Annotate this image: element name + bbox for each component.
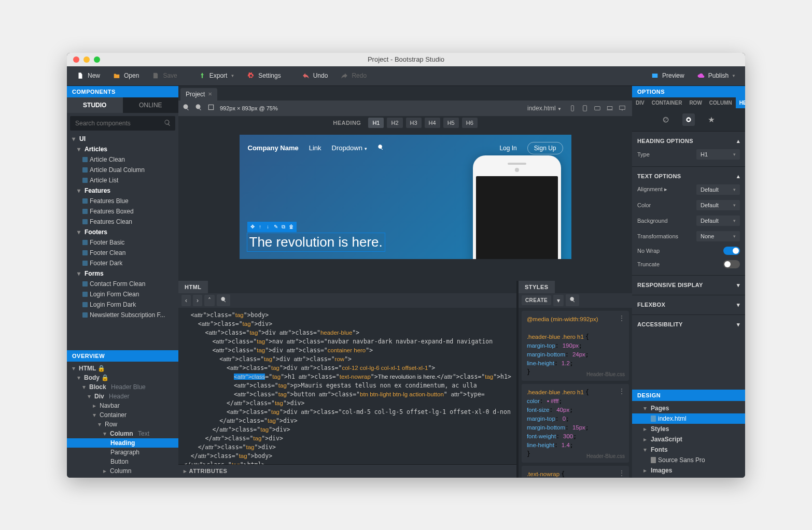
- ovw-block[interactable]: Block Header Blue: [67, 382, 178, 392]
- h1-button[interactable]: H1: [368, 118, 384, 128]
- zoom-in-icon[interactable]: [183, 104, 190, 112]
- create-style-button[interactable]: CREATE: [522, 295, 551, 305]
- ovw-row[interactable]: Row: [67, 420, 178, 429]
- up-icon[interactable]: ↑: [257, 223, 264, 231]
- tree-item[interactable]: Login Form Dark: [67, 299, 178, 310]
- nowrap-toggle[interactable]: [723, 247, 740, 255]
- device-laptop-icon[interactable]: [604, 103, 615, 114]
- h2-button[interactable]: H2: [387, 118, 402, 128]
- tree-item[interactable]: Article Dual Column: [67, 165, 178, 175]
- tree-item[interactable]: Footer Dark: [67, 258, 178, 268]
- dt-pages[interactable]: Pages: [632, 403, 745, 413]
- more-icon[interactable]: ⋮: [619, 469, 625, 478]
- maximize-window-icon[interactable]: [94, 56, 100, 63]
- nav-prev-icon[interactable]: ‹: [181, 295, 191, 306]
- dt-font-item[interactable]: Source Sans Pro: [632, 455, 745, 465]
- animation-tab-icon[interactable]: [705, 113, 718, 126]
- more-icon[interactable]: ⋮: [619, 387, 625, 396]
- tree-item[interactable]: Article Clean: [67, 154, 178, 165]
- tab-studio[interactable]: STUDIO: [67, 97, 123, 113]
- more-icon[interactable]: ⋮: [619, 314, 625, 323]
- dt-styles[interactable]: Styles: [632, 424, 745, 434]
- tree-item[interactable]: Contact Form Clean: [67, 279, 178, 289]
- tree-item[interactable]: Features Blue: [67, 196, 178, 206]
- h6-button[interactable]: H6: [462, 118, 478, 128]
- tree-features[interactable]: Features: [67, 185, 178, 196]
- search-input[interactable]: [70, 116, 175, 131]
- type-select[interactable]: H1: [696, 149, 740, 160]
- export-button[interactable]: Export▼: [193, 68, 240, 83]
- ovw-navbar[interactable]: Navbar: [67, 401, 178, 410]
- h5-button[interactable]: H5: [443, 118, 459, 128]
- color-select[interactable]: Default: [696, 200, 740, 210]
- dt-javascript[interactable]: JavaScript: [632, 434, 745, 445]
- crumb-heading[interactable]: HEADING: [736, 97, 745, 108]
- fit-icon[interactable]: [207, 104, 215, 112]
- css-rule-card[interactable]: ⋮@media (min-width:992px).header-blue .h…: [522, 311, 629, 381]
- ovw-html[interactable]: HTML 🔒: [67, 364, 178, 373]
- search-icon[interactable]: [566, 294, 579, 306]
- alignment-select[interactable]: Default: [696, 184, 740, 195]
- tab-online[interactable]: ONLINE: [123, 97, 179, 113]
- heading-options-header[interactable]: HEADING OPTIONS▴: [637, 136, 740, 147]
- styles-panel-tab[interactable]: STYLES: [519, 281, 555, 293]
- create-dropdown-icon[interactable]: ▾: [553, 295, 564, 306]
- styles-body[interactable]: ⋮@media (min-width:992px).header-blue .h…: [519, 308, 632, 478]
- search-icon[interactable]: [217, 294, 230, 306]
- move-icon[interactable]: ✥: [249, 223, 256, 231]
- dt-fonts[interactable]: Fonts: [632, 445, 745, 455]
- current-file-dropdown[interactable]: index.html ▼: [527, 105, 562, 112]
- edit-icon[interactable]: ✎: [272, 223, 279, 231]
- flexbox-header[interactable]: FLEXBOX▾: [637, 299, 740, 310]
- truncate-toggle[interactable]: [723, 260, 740, 268]
- text-options-header[interactable]: TEXT OPTIONS▴: [637, 171, 740, 182]
- tree-item[interactable]: Newsletter Subscription F...: [67, 310, 178, 320]
- tree-item[interactable]: Article List: [67, 175, 178, 185]
- tree-item[interactable]: Login Form Clean: [67, 289, 178, 299]
- copy-icon[interactable]: ⧉: [280, 223, 287, 231]
- accessibility-header[interactable]: ACCESSIBILITY▾: [637, 319, 740, 330]
- h4-button[interactable]: H4: [425, 118, 440, 128]
- ovw-body[interactable]: Body 🔒: [67, 373, 178, 382]
- ovw-column2[interactable]: Column: [67, 466, 178, 476]
- css-rule-card[interactable]: ⋮.header-blue .hero h1 { color: ▪ #fff; …: [522, 384, 629, 463]
- tree-ui[interactable]: UI: [67, 134, 178, 144]
- html-panel-tab[interactable]: HTML: [178, 281, 208, 293]
- tree-footers[interactable]: Footers: [67, 227, 178, 237]
- settings-button[interactable]: Settings: [242, 68, 286, 83]
- crumb-container[interactable]: CONTAINER: [648, 97, 686, 108]
- device-tablet-icon[interactable]: [579, 103, 591, 114]
- transformations-select[interactable]: None: [696, 231, 740, 241]
- ovw-heading[interactable]: Heading: [67, 438, 178, 448]
- ovw-button[interactable]: Button: [67, 457, 178, 466]
- save-button[interactable]: Save: [146, 68, 182, 83]
- nav-up-icon[interactable]: ˄: [204, 295, 215, 306]
- down-icon[interactable]: ↓: [264, 223, 272, 231]
- appearance-tab-icon[interactable]: [660, 113, 672, 126]
- tree-item[interactable]: Footer Clean: [67, 248, 178, 258]
- preview-hero-heading[interactable]: The revolution is here.: [247, 233, 385, 251]
- crumb-column[interactable]: COLUMN: [706, 97, 736, 108]
- preview-button[interactable]: Preview: [646, 68, 690, 83]
- delete-icon[interactable]: 🗑: [288, 223, 295, 231]
- html-code-view[interactable]: <attr">class="tag">body> <attr">class="t…: [178, 308, 516, 464]
- background-select[interactable]: Default: [696, 216, 740, 226]
- ovw-paragraph[interactable]: Paragraph: [67, 448, 178, 457]
- new-button[interactable]: New: [71, 68, 105, 83]
- attributes-panel-header[interactable]: ATTRIBUTES: [178, 464, 516, 478]
- css-rule-card[interactable]: ⋮.text-nowrap { white-space: nowrap!impo…: [522, 466, 629, 478]
- publish-button[interactable]: Publish▼: [692, 68, 741, 83]
- tree-item[interactable]: Features Clean: [67, 217, 178, 227]
- project-tab[interactable]: Project✕: [180, 88, 217, 101]
- h3-button[interactable]: H3: [406, 118, 422, 128]
- close-window-icon[interactable]: [73, 56, 79, 63]
- device-phone-icon[interactable]: [567, 103, 578, 114]
- tree-forms[interactable]: Forms: [67, 268, 178, 279]
- options-tab-icon[interactable]: [682, 113, 695, 126]
- tree-item[interactable]: Footer Basic: [67, 237, 178, 248]
- close-tab-icon[interactable]: ✕: [208, 91, 212, 97]
- nav-next-icon[interactable]: ›: [193, 295, 202, 306]
- design-canvas[interactable]: Company Name Link Dropdown ▾ Log In Sign…: [178, 130, 632, 281]
- dt-images[interactable]: Images: [632, 465, 745, 476]
- ovw-container[interactable]: Container: [67, 410, 178, 420]
